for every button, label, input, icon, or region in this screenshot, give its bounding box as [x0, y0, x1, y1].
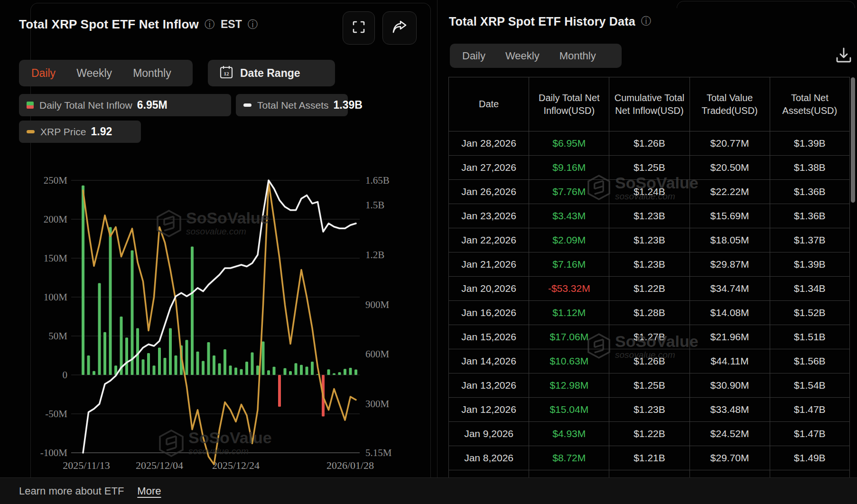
table-row-date: Jan 28,2026	[448, 131, 529, 156]
x-axis-tick: 2025/11/13	[63, 459, 110, 471]
column-header: Total Net Assets(USD)	[770, 77, 850, 131]
left-axis-tick: 200M	[44, 214, 68, 225]
table-cell: $29.70M	[689, 446, 770, 470]
column-header: Date	[448, 77, 529, 131]
table-cell: $15.04M	[529, 398, 609, 422]
column-header: Cumulative Total Net Inflow(USD)	[609, 77, 689, 131]
table-cell: $10.63M	[529, 349, 609, 373]
table-row-date: Jan 9,2026	[448, 422, 529, 446]
history-table[interactable]: DateDaily Total Net Inflow(USD)Cumulativ…	[448, 77, 850, 478]
table-row-date: Jan 21,2026	[448, 252, 529, 277]
x-axis-tick: 2025/12/24	[212, 459, 260, 471]
table-cell: -$53.32M	[529, 277, 609, 301]
table-cell: $1.21B	[609, 446, 689, 470]
table-cell: $22.22M	[689, 180, 770, 204]
table-cell: $1.51B	[770, 325, 850, 349]
table-title-info-icon[interactable]: ⓘ	[641, 14, 652, 28]
download-button[interactable]	[834, 46, 853, 66]
column-header: Daily Total Net Inflow(USD)	[529, 77, 609, 131]
table-cell: $44.11M	[689, 349, 770, 373]
table-row-date: Jan 8,2026	[448, 446, 529, 470]
table-cell: $1.23B	[609, 252, 689, 277]
table-cell: $14.08M	[689, 301, 770, 325]
table-cell: $29.87M	[689, 252, 770, 277]
table-header: DateDaily Total Net Inflow(USD)Cumulativ…	[448, 77, 850, 131]
table-cell: $20.77M	[689, 131, 770, 156]
table-tab-weekly[interactable]: Weekly	[505, 50, 540, 62]
table-cell: $1.25B	[609, 156, 689, 180]
table-cell: $1.47B	[770, 422, 850, 446]
table-cell: $4.93M	[529, 422, 609, 446]
table-cell: $7.76M	[529, 180, 609, 204]
footer-bar: Learn more about ETF More	[0, 477, 857, 504]
right-card-edge	[677, 1, 855, 8]
table-cell: $8.72M	[529, 446, 609, 470]
footer-more-link[interactable]: More	[137, 485, 161, 497]
table-scrollbar[interactable]	[851, 77, 855, 203]
table-cell: $1.37B	[770, 228, 850, 252]
table-cell: $7.16M	[529, 252, 609, 277]
right-axis-tick: 1.5B	[365, 199, 384, 211]
table-cell: $1.38B	[770, 156, 850, 180]
left-axis-tick: 100M	[44, 291, 68, 303]
footer-text: Learn more about ETF	[19, 485, 124, 497]
table-cell: $1.23B	[609, 204, 689, 228]
table-cell: $20.50M	[689, 156, 770, 180]
table-cell: $1.22B	[609, 277, 689, 301]
column-header: Total Value Traded(USD)	[689, 77, 770, 131]
download-icon	[834, 58, 853, 66]
table-cell: $1.49B	[770, 446, 850, 470]
table-cell: $1.27B	[609, 325, 689, 349]
table-cell: $1.47B	[770, 398, 850, 422]
table-cell: $1.23B	[609, 228, 689, 252]
table-cell: $1.39B	[770, 252, 850, 277]
table-cell: $18.05M	[689, 228, 770, 252]
left-axis-tick: 0	[63, 369, 68, 381]
table-cell: $1.56B	[770, 349, 850, 373]
table-cell: $2.09M	[529, 228, 609, 252]
panel-divider	[437, 0, 438, 477]
table-row-date: Jan 22,2026	[448, 228, 529, 252]
table-cell: $1.26B	[609, 349, 689, 373]
left-axis-tick: 150M	[44, 252, 68, 264]
left-axis-tick: 50M	[48, 330, 67, 342]
table-cell: $17.06M	[529, 325, 609, 349]
table-cell: $1.25B	[609, 373, 689, 398]
table-row-date: Jan 16,2026	[448, 301, 529, 325]
table-cell: $15.69M	[689, 204, 770, 228]
right-axis-tick: 1.2B	[365, 249, 384, 261]
table-row-date: Jan 20,2026	[448, 277, 529, 301]
left-axis-tick: -100M	[40, 447, 67, 458]
etf-dashboard: Total XRP Spot ETF Net Inflow ⓘ EST ⓘ Da…	[0, 0, 857, 504]
table-row-date: Jan 14,2026	[448, 349, 529, 373]
table-cell: $1.28B	[609, 301, 689, 325]
table-cell: $30.90M	[689, 373, 770, 398]
table-cell: $1.24B	[609, 180, 689, 204]
table-cell: $1.54B	[770, 373, 850, 398]
table-cell: $1.26B	[609, 131, 689, 156]
table-row-date: Jan 13,2026	[448, 373, 529, 398]
inflow-chart[interactable]: 250M200M150M100M50M0-50M-100M1.65B1.5B1.…	[0, 0, 437, 504]
table-cell: $1.39B	[770, 131, 850, 156]
table-cell: $1.34B	[770, 277, 850, 301]
table-cell: $33.48M	[689, 398, 770, 422]
right-axis-tick: 900M	[365, 299, 390, 310]
right-axis-tick: 1.65B	[365, 175, 390, 186]
table-cell: $12.98M	[529, 373, 609, 398]
table-cell: $1.23B	[609, 398, 689, 422]
table-row-date: Jan 26,2026	[448, 180, 529, 204]
table-cell: $1.36B	[770, 204, 850, 228]
left-axis-tick: -50M	[45, 408, 67, 420]
table-tab-monthly[interactable]: Monthly	[559, 50, 596, 62]
x-axis-tick: 2025/12/04	[136, 459, 183, 471]
right-axis-tick: 5.15M	[365, 447, 392, 458]
table-cell: $3.43M	[529, 204, 609, 228]
table-row-date: Jan 23,2026	[448, 204, 529, 228]
table-tab-daily[interactable]: Daily	[462, 50, 485, 62]
table-cell: $34.74M	[689, 277, 770, 301]
table-row-date: Jan 12,2026	[448, 398, 529, 422]
right-axis-tick: 300M	[365, 398, 390, 410]
table-cell: $1.12M	[529, 301, 609, 325]
x-axis-tick: 2026/01/28	[326, 459, 374, 471]
table-cell: $24.52M	[689, 422, 770, 446]
